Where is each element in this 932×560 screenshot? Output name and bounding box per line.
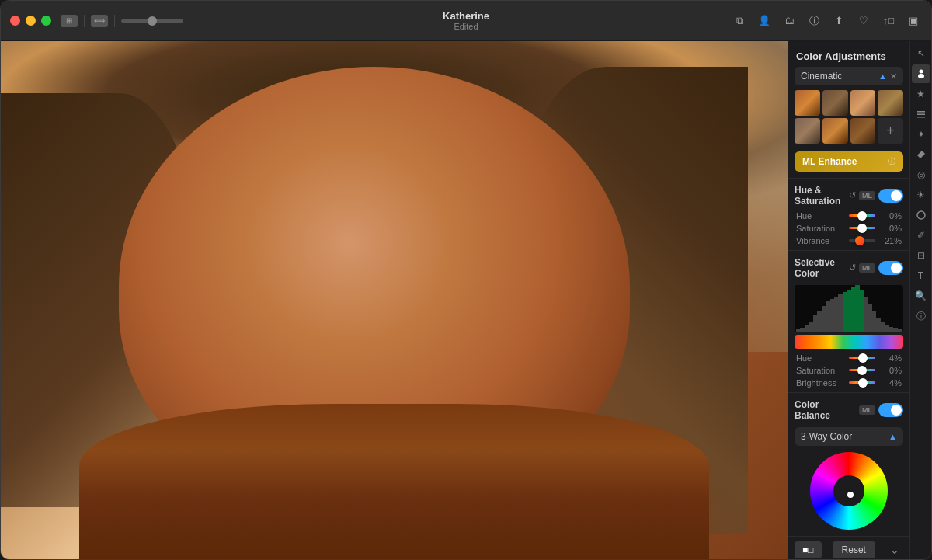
- sliders-icon-svg: [916, 109, 927, 120]
- hue-saturation-title: Hue & Saturation: [795, 185, 846, 207]
- albums-icon[interactable]: 🗂: [781, 12, 798, 30]
- saturation-value: 0%: [880, 224, 902, 233]
- titlebar: ⊞ ⟺ Katherine Edited ⧉ 👤 🗂 ⓘ ⬆ ♡ ↑□ ▣: [1, 1, 931, 41]
- color-wheel-handle[interactable]: [847, 492, 854, 498]
- sc-hue-value: 4%: [880, 353, 902, 363]
- color-balance-header: Color Balance ML: [788, 396, 909, 424]
- svg-point-1: [918, 74, 924, 78]
- layout-icon[interactable]: ▣: [905, 12, 922, 30]
- svg-rect-2: [917, 111, 925, 113]
- color-balance-dropdown[interactable]: 3-Way Color ▲: [795, 427, 903, 446]
- export-icon[interactable]: ⬆: [830, 12, 847, 30]
- close-button[interactable]: [10, 16, 20, 26]
- hue-thumb: [857, 211, 867, 221]
- ml-enhance-label: ML Enhance: [802, 156, 857, 167]
- divider-3: [788, 392, 909, 393]
- share-icon[interactable]: ↑□: [880, 12, 897, 30]
- panel-bottom-bar: ■□ Reset ⌄: [788, 536, 909, 560]
- color-wheel[interactable]: [810, 452, 888, 530]
- zoom-slider[interactable]: [121, 19, 183, 23]
- photo-title: Katherine: [443, 10, 489, 22]
- photo-canvas: [1, 41, 788, 559]
- wand-icon[interactable]: ✦: [912, 125, 930, 144]
- photo-subtitle: Edited: [443, 22, 489, 31]
- vibrance-slider-row: Vibrance -21%: [788, 235, 909, 247]
- selective-color-reset-icon[interactable]: ↺: [849, 263, 856, 273]
- cursor-icon[interactable]: ↖: [912, 44, 930, 63]
- minimize-button[interactable]: [26, 16, 36, 26]
- preset-thumb-4[interactable]: [878, 90, 903, 116]
- ml-enhance-info-icon: ⓘ: [888, 156, 895, 167]
- saturation-slider-row: Saturation 0%: [788, 222, 909, 235]
- reset-button[interactable]: Reset: [833, 541, 875, 558]
- adjust-icon[interactable]: [912, 105, 930, 123]
- preset-grid: +: [788, 90, 909, 148]
- shirt-area: [79, 404, 708, 559]
- preset-thumb-2[interactable]: [822, 90, 848, 116]
- sc-hue-slider[interactable]: [849, 357, 875, 359]
- vibrance-slider[interactable]: [849, 239, 875, 242]
- hue-label: Hue: [796, 211, 844, 221]
- color-strip[interactable]: [795, 335, 903, 349]
- nav-icon[interactable]: ⟺: [91, 15, 108, 27]
- preset-thumb-7[interactable]: [850, 118, 876, 144]
- preset-label: Cinematic: [801, 71, 842, 82]
- divider-2: [788, 250, 909, 251]
- sc-saturation-slider[interactable]: [849, 369, 875, 371]
- sc-brightness-slider-row: Brightness 4%: [788, 377, 909, 389]
- crop-icon[interactable]: ⊟: [912, 246, 930, 265]
- saturation-label: Saturation: [796, 224, 844, 233]
- expand-icon[interactable]: ⌄: [886, 541, 903, 558]
- heart-icon[interactable]: ♡: [855, 12, 872, 30]
- text-tool-icon[interactable]: T: [912, 266, 930, 285]
- vibrance-value: -21%: [880, 236, 902, 245]
- circle-tool-icon[interactable]: ◎: [912, 165, 930, 184]
- split-view-tab[interactable]: ■□: [795, 541, 822, 558]
- svg-rect-4: [917, 117, 925, 118]
- color-wheel-center: [833, 475, 864, 506]
- library-icon[interactable]: ⊞: [61, 15, 78, 27]
- color-wheel-background: [810, 452, 888, 530]
- info-icon[interactable]: ⓘ: [805, 12, 822, 30]
- selective-color-toggle[interactable]: [878, 261, 903, 275]
- preset-thumb-6[interactable]: [822, 118, 848, 144]
- sc-saturation-thumb: [857, 366, 867, 375]
- preset-thumb-3[interactable]: [850, 90, 876, 116]
- color-balance-toggle[interactable]: [878, 403, 903, 417]
- sc-saturation-value: 0%: [880, 366, 902, 375]
- zoom-icon[interactable]: 🔍: [912, 287, 930, 305]
- share-photos-icon[interactable]: ⧉: [731, 12, 748, 30]
- hue-slider[interactable]: [849, 214, 875, 217]
- preset-thumb-5[interactable]: [795, 118, 820, 144]
- sc-brightness-slider[interactable]: [849, 381, 875, 384]
- divider2: [114, 15, 115, 27]
- sc-brightness-label: Brightness: [796, 378, 844, 388]
- hue-saturation-toggle[interactable]: [878, 189, 903, 203]
- sun-adjust-icon[interactable]: ☀: [912, 186, 930, 204]
- hue-saturation-reset-icon[interactable]: ↺: [849, 190, 856, 200]
- preset-dropdown[interactable]: Cinematic ▲ ✕: [795, 67, 903, 85]
- maximize-button[interactable]: [41, 16, 51, 26]
- info-tool-icon[interactable]: ⓘ: [912, 307, 930, 325]
- svg-point-0: [919, 70, 923, 74]
- ml-enhance-button[interactable]: ML Enhance ⓘ: [795, 151, 903, 172]
- main-content: Color Adjustments Cinematic ▲ ✕: [1, 41, 931, 559]
- hue-saturation-header: Hue & Saturation ↺ ML: [788, 182, 909, 210]
- person-mask-icon[interactable]: [912, 64, 930, 83]
- preset-info-icon[interactable]: ✕: [890, 71, 897, 82]
- titlebar-right: ⧉ 👤 🗂 ⓘ ⬆ ♡ ↑□ ▣: [731, 12, 922, 30]
- app-window: ⊞ ⟺ Katherine Edited ⧉ 👤 🗂 ⓘ ⬆ ♡ ↑□ ▣: [0, 0, 932, 560]
- color-tool-icon[interactable]: [912, 206, 930, 224]
- sc-hue-slider-row: Hue 4%: [788, 352, 909, 364]
- preset-thumb-1[interactable]: [795, 90, 820, 116]
- brush-icon[interactable]: [912, 145, 930, 164]
- svg-rect-3: [917, 114, 925, 116]
- hue-saturation-ml-badge: ML: [859, 191, 875, 200]
- color-balance-ml-badge: ML: [859, 405, 875, 415]
- favorites-star-icon[interactable]: ★: [912, 85, 930, 103]
- hue-slider-row: Hue 0%: [788, 210, 909, 222]
- saturation-slider[interactable]: [849, 227, 875, 229]
- people-icon[interactable]: 👤: [756, 12, 773, 30]
- add-preset-button[interactable]: +: [878, 118, 903, 144]
- pencil-edit-icon[interactable]: ✐: [912, 226, 930, 245]
